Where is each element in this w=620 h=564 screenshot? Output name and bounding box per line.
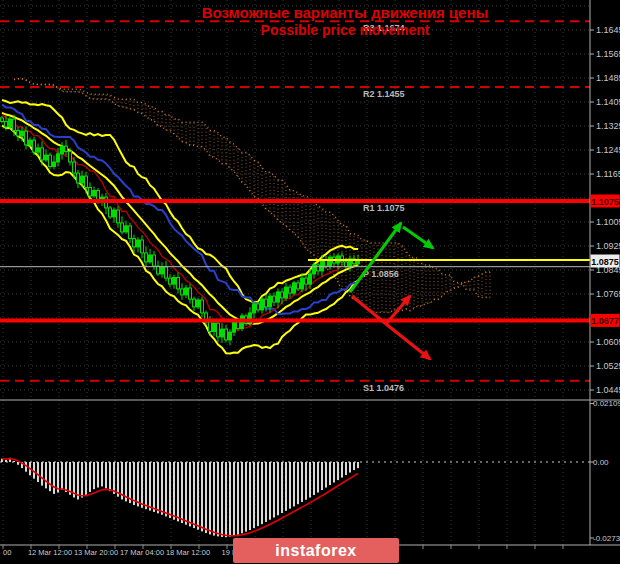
candle-body [145,253,148,262]
candle-body [157,266,160,274]
histogram-bar [89,462,91,492]
indicator-tick-label: 0.02109 [593,399,620,408]
histogram-bar [305,462,307,500]
forex-chart-screenshot: R3 1.1674R2 1.1455R1 1.1075P 1.0856S1 1.… [0,0,620,564]
histogram-bar [321,462,323,490]
candle-body [21,131,24,136]
candle-body [9,119,12,127]
candle-body [297,283,300,289]
histogram-bar [93,462,95,489]
histogram-bar [217,462,219,536]
histogram-bar [65,462,67,492]
candle-body [165,267,168,278]
candle-body [129,226,132,239]
candle-body [109,208,112,217]
candle-body [201,300,204,313]
histogram-bar [269,462,271,520]
candle-body [277,292,280,302]
histogram-bar [185,462,187,525]
histogram-bar [293,462,295,506]
candle-body [289,287,292,293]
time-tick-label: 13 Mar 20:00 [74,548,118,557]
candle-body [77,173,80,183]
histogram-bar [145,462,147,509]
histogram-bar [353,462,355,470]
histogram-bar [69,462,71,495]
candle-body [293,283,296,293]
histogram-bar [17,462,19,465]
candle-body [141,240,144,253]
price-tick-label: 1.1565 [596,49,620,59]
level-label: S1 1.0476 [363,383,404,393]
histogram-bar [209,462,211,534]
histogram-bar [81,462,83,498]
candle-body [193,299,196,307]
histogram-bar [189,462,191,526]
price-tick-label: 1.0765 [596,289,620,299]
level-label: P 1.0856 [363,269,399,279]
time-tick-label: 17 Mar 04:00 [120,548,164,557]
histogram-bar [341,462,343,478]
histogram-bar [325,462,327,488]
candle-body [13,119,16,130]
candle-body [41,148,44,160]
candle-body [53,162,56,167]
candle-body [221,329,224,337]
candle-body [301,278,304,289]
histogram [1,458,359,537]
histogram-bar [109,462,111,491]
candle-body [169,278,172,284]
histogram-bar [129,462,131,503]
candle-body [69,152,72,163]
candle-body [233,322,236,332]
candle-body [81,176,84,183]
histogram-bar [253,462,255,528]
histogram-bar [125,462,127,501]
green-arrow [403,227,433,248]
histogram-bar [101,462,103,486]
price-tick-label: 1.0525 [596,361,620,371]
candle-body [265,299,268,307]
histogram-bar [169,462,171,518]
candle-body [89,188,92,196]
candle-body [61,146,64,154]
histogram-bar [153,462,155,512]
histogram-bar [337,462,339,480]
chart-canvas: R3 1.1674R2 1.1455R1 1.1075P 1.0856S1 1.… [0,0,620,564]
price-tag-label: 1.1075 [591,197,619,207]
candle-body [5,122,8,127]
candle-body [281,292,284,298]
candle-body [153,255,156,266]
histogram-bar [333,462,335,483]
indicator-tick-label: -0.02739 [593,534,620,543]
levels: R3 1.1674R2 1.1455R1 1.1075P 1.0856S1 1.… [0,21,590,392]
candle-body [357,261,360,264]
histogram-bar [181,462,183,523]
histogram-bar [229,462,231,537]
time-tick-label: 00 [3,548,11,557]
histogram-bar [241,462,243,533]
senkou-a-line [14,79,490,313]
candle-body [309,274,312,284]
histogram-bar [261,462,263,524]
candle-body [209,322,212,332]
histogram-bar [301,462,303,502]
histogram-bar [273,462,275,518]
candle-body [57,154,60,162]
candle-body [37,148,40,152]
histogram-bar [165,462,167,516]
instaforex-watermark-logo: instaforex [233,538,399,563]
histogram-bar [77,462,79,499]
histogram-bar [257,462,259,526]
histogram-bar [309,462,311,498]
histogram-bar [213,462,215,536]
histogram-bar [149,462,151,511]
candle-body [161,267,164,274]
histogram-bar [245,462,247,532]
price-tick-label: 1.1645 [596,25,620,35]
histogram-bar [265,462,267,522]
candle-body [149,255,152,262]
indicator-tick-label: 0.00 [593,458,609,467]
candle-body [213,323,216,331]
time-tick-label: 12 Mar 12:00 [28,548,72,557]
